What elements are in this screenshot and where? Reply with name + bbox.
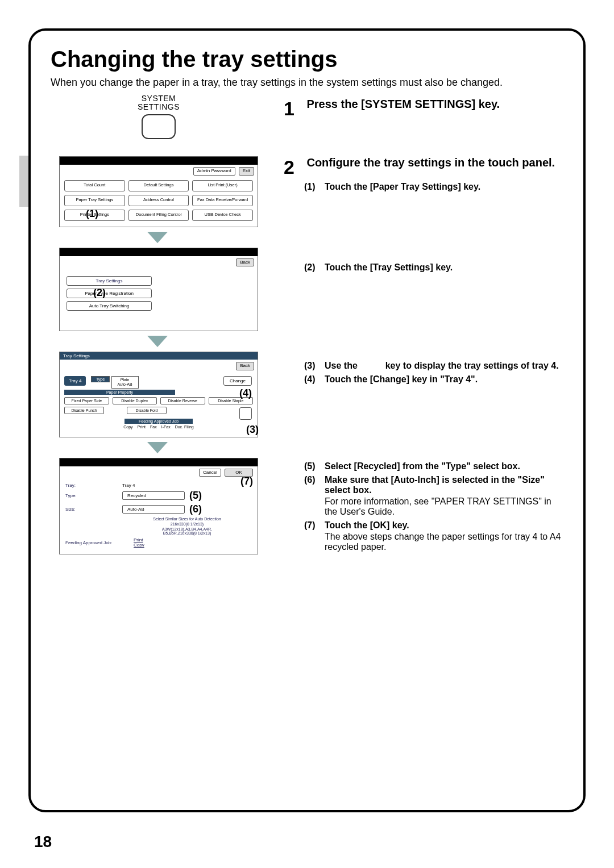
- disable-punch-check[interactable]: Disable Punch: [64, 407, 104, 414]
- panel-tray4-edit: Cancel OK (7) Tray: Tray 4 Type: Recycle…: [59, 458, 258, 555]
- panel-paper-tray-settings: Back Tray Settings Paper Type Registrati…: [59, 248, 258, 332]
- step2-number: 2: [284, 156, 304, 178]
- panel1-topbar: [60, 157, 258, 165]
- tray-settings-button[interactable]: Tray Settings: [67, 276, 152, 286]
- panel4-topbar: [60, 458, 258, 466]
- auto-tray-switching-button[interactable]: Auto Tray Switching: [67, 301, 152, 311]
- sub5-num: (5): [304, 461, 325, 471]
- usb-device-check-button[interactable]: USB-Device Check: [192, 210, 253, 221]
- type-value: PlainAuto-AB: [111, 376, 139, 388]
- total-count-button[interactable]: Total Count: [64, 180, 125, 191]
- back-button-p2[interactable]: Back: [236, 258, 254, 267]
- panel-tray-settings-detail: Tray Settings Back Tray 4 Type PlainAuto…: [59, 352, 258, 437]
- scroll-down-button[interactable]: [239, 407, 252, 420]
- step1: SYSTEM SETTINGS 1 Press the [SYSTEM SETT…: [51, 98, 563, 139]
- disable-fold-check[interactable]: Disable Fold: [127, 407, 167, 414]
- step1-number: 1: [284, 98, 304, 120]
- exit-button[interactable]: Exit: [239, 167, 254, 176]
- size-label: Size:: [65, 507, 122, 512]
- page-frame: Changing the tray settings When you chan…: [28, 28, 586, 812]
- step2-row1: Admin Password Exit Total Count Default …: [51, 156, 563, 227]
- fax-data-button[interactable]: Fax Data Receive/Forward: [192, 195, 253, 206]
- type-label: Type:: [65, 493, 122, 498]
- sub7-note: The above steps change the paper setting…: [325, 532, 563, 552]
- feed-v2: Copy: [134, 542, 144, 548]
- intro-text: When you change the paper in a tray, the…: [51, 77, 563, 89]
- similar-sizes-label: Select Similar Sizes for Auto Detection: [122, 517, 252, 521]
- sub3-num: (3): [304, 361, 325, 371]
- page-number: 18: [34, 833, 52, 851]
- sub4-num: (4): [304, 374, 325, 385]
- syskey-button[interactable]: [142, 114, 176, 139]
- paper-type-registration-button[interactable]: Paper Type Registration (2): [67, 289, 152, 298]
- sub2-text: Touch the [Tray Settings] key.: [325, 262, 563, 273]
- job-docfiling: Doc. Filing: [175, 425, 194, 429]
- arrow-down-icon: [147, 336, 168, 347]
- size-select[interactable]: Auto-AB: [122, 505, 185, 514]
- step2-row4: Cancel OK (7) Tray: Tray 4 Type: Recycle…: [51, 458, 563, 555]
- admin-password-button[interactable]: Admin Password: [193, 167, 235, 176]
- sub1-text: Touch the [Paper Tray Settings] key.: [325, 182, 563, 192]
- sub6-num: (6): [304, 475, 325, 517]
- syskey-label2: SETTINGS: [138, 103, 180, 111]
- sub7-text: Touch the [OK] key.: [325, 520, 563, 531]
- type-select[interactable]: Recycled: [122, 491, 185, 500]
- callout-2: (2): [93, 287, 106, 299]
- callout-6: (6): [189, 503, 202, 515]
- default-settings-button[interactable]: Default Settings: [128, 180, 189, 191]
- address-control-button[interactable]: Address Control: [128, 195, 189, 206]
- p2-item2-label: Paper Type Registration: [85, 291, 134, 296]
- sub3-text: Use the key to display the tray settings…: [325, 361, 563, 371]
- system-settings-key-illustration: SYSTEM SETTINGS: [138, 94, 180, 139]
- step1-heading: Press the [SYSTEM SETTINGS] key.: [306, 98, 500, 110]
- feeding-approved-job-bar: Feeding Approved Job: [125, 419, 193, 424]
- side-tab: [19, 156, 28, 207]
- step2-row2: Back Tray Settings Paper Type Registrati…: [51, 248, 563, 332]
- page-title: Changing the tray settings: [51, 47, 563, 72]
- sub2-num: (2): [304, 262, 325, 273]
- paper-tray-settings-button[interactable]: Paper Tray Settings: [64, 195, 125, 206]
- tray-label: Tray:: [65, 483, 122, 488]
- callout-3: (3): [246, 424, 259, 436]
- syskey-label1: SYSTEM: [138, 94, 180, 103]
- sub6-text: Make sure that [Auto-Inch] is selected i…: [325, 475, 563, 495]
- cancel-button[interactable]: Cancel: [199, 469, 221, 477]
- arrow-down-icon: [147, 232, 168, 243]
- job-ifax: I-Fax: [161, 425, 171, 429]
- change-button[interactable]: Change: [223, 376, 252, 386]
- callout-1: (1): [86, 208, 98, 220]
- callout-4: (4): [239, 387, 252, 399]
- step2-row3: Tray Settings Back Tray 4 Type PlainAuto…: [51, 352, 563, 437]
- paper-property-bar: Paper Property: [64, 390, 175, 395]
- step2-heading: Configure the tray settings in the touch…: [306, 156, 555, 169]
- size1: 216x330(8 1/2x13): [122, 522, 252, 526]
- panel2-topbar: [60, 248, 258, 256]
- sub5-text: Select [Recycled] from the "Type" select…: [325, 461, 563, 471]
- tray-value: Tray 4: [122, 483, 135, 488]
- list-print-button[interactable]: List Print (User): [192, 180, 253, 191]
- job-print: Print: [138, 425, 146, 429]
- panel-system-settings: Admin Password Exit Total Count Default …: [59, 156, 258, 227]
- feed-v1: Print: [134, 537, 144, 542]
- job-copy: Copy: [123, 425, 132, 429]
- sub6-note: For more information, see "PAPER TRAY SE…: [325, 496, 563, 517]
- doc-filing-control-button[interactable]: Document Filing Control: [128, 210, 189, 221]
- sub1-num: (1): [304, 182, 325, 192]
- sub7-num: (7): [304, 520, 325, 552]
- fixed-paper-side-check[interactable]: Fixed Paper Side: [64, 397, 109, 404]
- disable-reverse-check[interactable]: Disable Reverse: [160, 397, 205, 404]
- callout-5: (5): [189, 490, 202, 502]
- job-fax: Fax: [150, 425, 157, 429]
- arrow-down-icon: [147, 442, 168, 453]
- back-button-p3[interactable]: Back: [236, 362, 254, 370]
- sub4-text: Touch the [Change] key in "Tray 4".: [325, 374, 563, 385]
- panel3-header: Tray Settings: [60, 352, 258, 360]
- tray4-button[interactable]: Tray 4: [64, 376, 86, 386]
- type-header: Type: [91, 376, 110, 382]
- feed-label: Feeding Approved Job:: [65, 540, 134, 545]
- disable-duplex-check[interactable]: Disable Duplex: [113, 397, 157, 404]
- size2: A3W(12x18),A3,B4,A4,A4R, B5,B5R,216x330(…: [122, 527, 252, 535]
